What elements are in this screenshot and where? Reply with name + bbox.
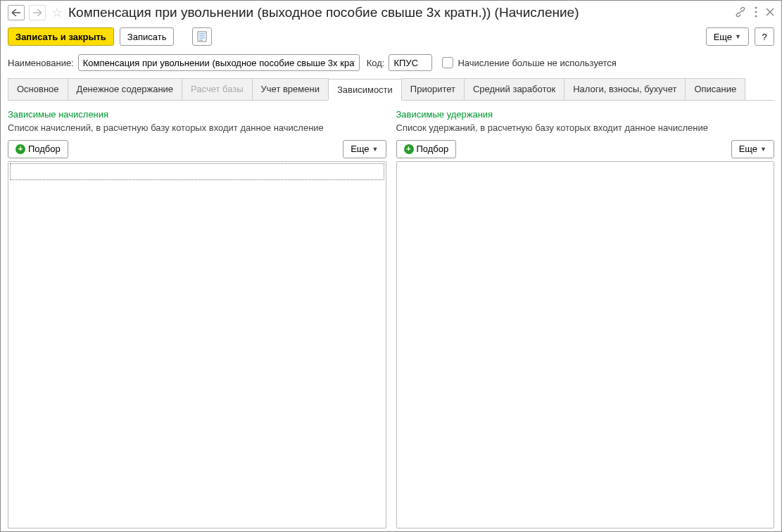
link-icon[interactable] bbox=[735, 6, 746, 20]
panel-deductions-title: Зависимые удержания bbox=[396, 109, 775, 120]
more-label: Еще bbox=[714, 32, 732, 42]
more-label: Еще bbox=[739, 144, 757, 154]
titlebar: ☆ Компенсация при увольнении (выходное п… bbox=[1, 1, 781, 25]
code-input[interactable] bbox=[389, 54, 432, 71]
save-and-close-button[interactable]: Записать и закрыть bbox=[8, 27, 114, 46]
plus-icon: + bbox=[15, 144, 25, 154]
tab-2: Расчет базы bbox=[182, 78, 253, 100]
document-icon bbox=[197, 31, 207, 42]
tab-6[interactable]: Средний заработок bbox=[464, 78, 565, 100]
star-icon[interactable]: ☆ bbox=[51, 5, 63, 20]
deductions-pick-button[interactable]: + Подбор bbox=[396, 140, 457, 158]
list-row[interactable] bbox=[10, 163, 384, 180]
more-label: Еще bbox=[351, 144, 369, 154]
toolbar: Записать и закрыть Записать Еще ▼ ? bbox=[1, 25, 781, 51]
panel-accruals: Зависимые начисления Список начислений, … bbox=[8, 109, 386, 528]
report-button[interactable] bbox=[192, 27, 212, 46]
panel-accruals-desc: Список начислений, в расчетную базу кото… bbox=[8, 122, 386, 134]
code-label: Код: bbox=[367, 58, 385, 68]
arrow-right-icon bbox=[33, 9, 42, 16]
form-row: Наименование: Код: Начисление больше не … bbox=[1, 51, 781, 78]
forward-button[interactable] bbox=[29, 5, 46, 20]
more-button[interactable]: Еще ▼ bbox=[706, 27, 749, 46]
tab-8[interactable]: Описание bbox=[685, 78, 745, 100]
panel-deductions: Зависимые удержания Список удержаний, в … bbox=[396, 109, 775, 528]
name-input[interactable] bbox=[78, 54, 360, 71]
plus-icon: + bbox=[404, 144, 414, 154]
tab-5[interactable]: Приоритет bbox=[401, 78, 465, 100]
deductions-list[interactable] bbox=[396, 161, 775, 528]
chevron-down-icon: ▼ bbox=[760, 146, 767, 153]
name-label: Наименование: bbox=[8, 58, 74, 68]
panel-deductions-desc: Список удержаний, в расчетную базу котор… bbox=[396, 122, 775, 134]
panel-accruals-title: Зависимые начисления bbox=[8, 109, 386, 120]
deductions-more-button[interactable]: Еще ▼ bbox=[731, 140, 774, 158]
accruals-more-button[interactable]: Еще ▼ bbox=[343, 140, 386, 158]
content: Зависимые начисления Список начислений, … bbox=[1, 101, 781, 532]
save-button[interactable]: Записать bbox=[120, 27, 175, 46]
tab-3[interactable]: Учет времени bbox=[252, 78, 329, 100]
help-button[interactable]: ? bbox=[755, 27, 774, 46]
accruals-list[interactable] bbox=[8, 161, 386, 528]
svg-point-2 bbox=[755, 15, 757, 17]
arrow-left-icon bbox=[12, 9, 20, 16]
chevron-down-icon: ▼ bbox=[372, 146, 379, 153]
window-title: Компенсация при увольнении (выходное пос… bbox=[68, 5, 731, 20]
tab-7[interactable]: Налоги, взносы, бухучет bbox=[564, 78, 686, 100]
kebab-icon[interactable] bbox=[755, 6, 757, 20]
tab-1[interactable]: Денежное содержание bbox=[68, 78, 182, 100]
pick-label: Подбор bbox=[417, 144, 449, 154]
accruals-pick-button[interactable]: + Подбор bbox=[8, 140, 68, 158]
svg-point-1 bbox=[755, 11, 757, 13]
chevron-down-icon: ▼ bbox=[735, 33, 741, 40]
back-button[interactable] bbox=[8, 5, 25, 20]
tab-0[interactable]: Основное bbox=[8, 78, 68, 100]
svg-point-0 bbox=[755, 6, 757, 8]
tab-4[interactable]: Зависимости bbox=[328, 79, 402, 101]
close-icon[interactable] bbox=[766, 8, 774, 18]
pick-label: Подбор bbox=[28, 144, 61, 154]
unused-label: Начисление больше не используется bbox=[458, 58, 616, 68]
unused-checkbox[interactable] bbox=[442, 57, 453, 68]
tabs: ОсновноеДенежное содержаниеРасчет базыУч… bbox=[8, 78, 774, 101]
